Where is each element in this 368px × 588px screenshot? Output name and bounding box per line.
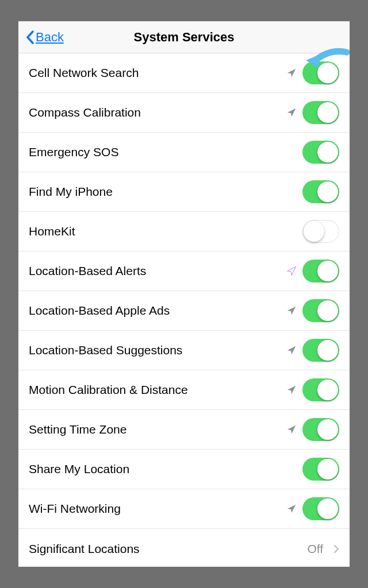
toggle-knob bbox=[317, 498, 338, 519]
location-arrow-icon bbox=[286, 68, 297, 78]
settings-row: Cell Network Search bbox=[18, 53, 350, 93]
row-label: Location-Based Suggestions bbox=[29, 343, 182, 357]
settings-row: HomeKit bbox=[18, 212, 350, 252]
settings-row: Location-Based Apple Ads bbox=[18, 291, 350, 331]
settings-panel: Back System Services Cell Network Search… bbox=[18, 21, 350, 567]
row-accessories bbox=[286, 101, 339, 124]
back-button[interactable]: Back bbox=[25, 30, 64, 45]
location-arrow-icon bbox=[286, 424, 297, 435]
toggle-knob bbox=[317, 102, 338, 123]
row-accessories bbox=[302, 220, 339, 243]
toggle-switch[interactable] bbox=[302, 497, 339, 520]
toggle-knob bbox=[317, 419, 338, 440]
row-accessories: Off bbox=[307, 542, 339, 556]
row-label: Wi-Fi Networking bbox=[29, 502, 121, 516]
toggle-knob bbox=[317, 380, 338, 400]
toggle-knob bbox=[317, 340, 338, 361]
settings-row: Location-Based Suggestions bbox=[18, 331, 350, 370]
settings-row: Compass Calibration bbox=[18, 93, 350, 133]
row-accessories bbox=[286, 378, 339, 401]
row-accessories bbox=[302, 180, 339, 203]
toggle-knob bbox=[317, 459, 338, 479]
row-label: Location-Based Apple Ads bbox=[29, 304, 170, 318]
significant-locations-row[interactable]: Significant LocationsOff bbox=[18, 529, 350, 567]
toggle-switch[interactable] bbox=[302, 260, 339, 283]
toggle-switch[interactable] bbox=[302, 458, 339, 481]
chevron-right-icon bbox=[334, 544, 339, 554]
row-accessories bbox=[286, 497, 339, 520]
toggle-knob bbox=[317, 142, 338, 163]
toggle-switch[interactable] bbox=[302, 180, 339, 203]
row-label: Find My iPhone bbox=[29, 185, 113, 199]
location-arrow-icon bbox=[286, 385, 297, 395]
location-arrow-icon bbox=[286, 305, 297, 316]
row-label: Compass Calibration bbox=[29, 106, 141, 119]
toggle-switch[interactable] bbox=[302, 418, 339, 441]
location-arrow-icon bbox=[286, 504, 297, 514]
toggle-switch[interactable] bbox=[302, 220, 339, 243]
toggle-switch[interactable] bbox=[302, 141, 339, 164]
toggle-switch[interactable] bbox=[302, 378, 339, 401]
back-label: Back bbox=[36, 30, 64, 45]
settings-list: Cell Network SearchCompass CalibrationEm… bbox=[18, 53, 350, 567]
row-accessories bbox=[286, 418, 339, 441]
location-arrow-icon bbox=[286, 345, 297, 355]
toggle-knob bbox=[317, 63, 338, 83]
settings-row: Setting Time Zone bbox=[18, 410, 350, 450]
settings-row: Find My iPhone bbox=[18, 172, 350, 212]
row-label: Cell Network Search bbox=[29, 66, 139, 80]
location-arrow-icon bbox=[286, 107, 297, 118]
toggle-switch[interactable] bbox=[302, 61, 339, 84]
toggle-knob bbox=[317, 300, 338, 321]
chevron-left-icon bbox=[25, 30, 34, 44]
toggle-knob bbox=[317, 181, 338, 202]
toggle-switch[interactable] bbox=[302, 339, 339, 362]
row-accessories bbox=[302, 141, 339, 164]
settings-row: Emergency SOS bbox=[18, 133, 350, 172]
settings-row: Motion Calibration & Distance bbox=[18, 370, 350, 410]
row-accessories bbox=[286, 61, 339, 84]
row-accessories bbox=[286, 339, 339, 362]
settings-row: Location-Based Alerts bbox=[18, 252, 350, 291]
row-label: Emergency SOS bbox=[29, 145, 118, 159]
row-label: Share My Location bbox=[29, 462, 129, 476]
row-accessories bbox=[286, 299, 339, 322]
toggle-switch[interactable] bbox=[302, 299, 339, 322]
row-label: Motion Calibration & Distance bbox=[29, 383, 188, 397]
row-accessories bbox=[302, 458, 339, 481]
row-value: Off bbox=[307, 542, 323, 556]
settings-row: Wi-Fi Networking bbox=[18, 489, 350, 529]
row-label: Significant Locations bbox=[29, 542, 140, 556]
location-arrow-outline-icon bbox=[286, 266, 297, 276]
row-label: Location-Based Alerts bbox=[29, 264, 146, 278]
toggle-knob bbox=[304, 221, 324, 242]
row-accessories bbox=[286, 260, 339, 283]
row-label: HomeKit bbox=[29, 225, 75, 238]
page-title: System Services bbox=[134, 30, 235, 45]
settings-row: Share My Location bbox=[18, 450, 350, 489]
toggle-knob bbox=[317, 261, 338, 281]
toggle-switch[interactable] bbox=[302, 101, 339, 124]
row-label: Setting Time Zone bbox=[29, 423, 126, 436]
nav-bar: Back System Services bbox=[18, 21, 350, 53]
